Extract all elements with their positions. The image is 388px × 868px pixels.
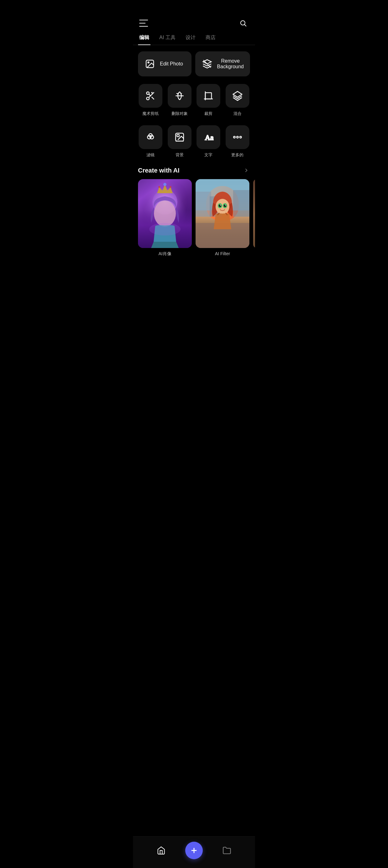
- tool-text[interactable]: Aa 文字: [196, 125, 221, 158]
- remove-bg-icon: [201, 58, 213, 69]
- bottom-navigation: [133, 836, 255, 868]
- svg-point-37: [216, 199, 229, 215]
- remove-object-label: 删除对象: [171, 111, 188, 117]
- ai-section-header: Create with AI: [133, 166, 255, 179]
- svg-point-30: [149, 223, 181, 236]
- more-label: 更多的: [231, 152, 244, 158]
- blend-label: 混合: [233, 111, 241, 117]
- edit-photo-label: Edit Photo: [160, 61, 183, 67]
- svg-point-25: [240, 136, 241, 138]
- tool-crop[interactable]: 裁剪: [196, 84, 221, 117]
- background-icon: [168, 125, 192, 149]
- ai-portrait-card[interactable]: AI肖像: [138, 179, 192, 257]
- ai-card-partial-image: [253, 179, 255, 248]
- tab-edit[interactable]: 编辑: [138, 31, 151, 45]
- menu-button[interactable]: [139, 20, 148, 27]
- more-icon: [226, 125, 249, 149]
- photo-icon: [144, 58, 156, 69]
- status-bar: [133, 0, 255, 14]
- tab-shop[interactable]: 商店: [204, 31, 217, 45]
- home-nav-button[interactable]: [154, 843, 169, 858]
- layers-icon: [226, 84, 249, 108]
- ai-portrait-image: [138, 179, 192, 248]
- ai-filter-label: AI Filter: [215, 251, 230, 256]
- background-label: 背景: [175, 152, 184, 158]
- ai-filter-card[interactable]: AI Filter: [196, 179, 249, 257]
- tool-more[interactable]: 更多的: [225, 125, 250, 158]
- add-nav-button[interactable]: [185, 842, 203, 859]
- svg-text:Aa: Aa: [205, 133, 214, 142]
- tool-remove-object[interactable]: ✦ 删除对象: [167, 84, 192, 117]
- tab-design[interactable]: 设计: [184, 31, 197, 45]
- svg-line-8: [152, 97, 154, 100]
- crop-label: 裁剪: [204, 111, 213, 117]
- svg-point-6: [147, 97, 150, 100]
- svg-point-43: [225, 205, 226, 206]
- tool-filter[interactable]: 滤镜: [138, 125, 163, 158]
- tab-bar: 编辑 AI 工具 设计 商店: [133, 31, 255, 45]
- svg-point-29: [154, 200, 176, 227]
- text-icon: Aa: [196, 125, 220, 149]
- text-label: 文字: [204, 152, 213, 158]
- tool-grid-row2: 滤镜 背景 Aa 文字: [133, 125, 255, 166]
- top-navigation: [133, 14, 255, 31]
- filter-label: 滤镜: [147, 152, 155, 158]
- tab-ai-tools[interactable]: AI 工具: [158, 31, 177, 45]
- crop-icon: [196, 84, 220, 108]
- svg-rect-34: [233, 190, 249, 217]
- magic-cut-label: 魔术剪纸: [142, 111, 159, 117]
- eraser-icon: ✦: [168, 84, 192, 108]
- svg-rect-20: [177, 135, 179, 137]
- svg-point-23: [233, 136, 235, 138]
- remove-bg-button[interactable]: Remove Background: [195, 51, 250, 76]
- svg-point-28: [170, 186, 171, 188]
- tool-grid-row1: ✦ 魔术剪纸 ✦ 删除对象: [133, 84, 255, 125]
- ai-gallery: AI肖像: [133, 179, 255, 257]
- tool-magic-cut[interactable]: ✦ 魔术剪纸: [138, 84, 163, 117]
- svg-point-26: [163, 183, 166, 186]
- svg-text:✦: ✦: [151, 91, 153, 95]
- quick-actions: Edit Photo Remove Background: [133, 51, 255, 84]
- svg-rect-32: [196, 192, 211, 217]
- edit-photo-button[interactable]: Edit Photo: [138, 51, 192, 76]
- svg-point-42: [220, 205, 221, 206]
- ai-portrait-label: AI肖像: [158, 251, 171, 257]
- ai-section-title: Create with AI: [138, 167, 180, 174]
- svg-point-27: [158, 186, 160, 188]
- svg-point-3: [148, 62, 149, 63]
- filter-icon: [139, 125, 162, 149]
- svg-point-24: [236, 136, 238, 138]
- scissors-icon: ✦: [139, 84, 162, 108]
- tool-blend[interactable]: 混合: [225, 84, 250, 117]
- ai-section-arrow[interactable]: [243, 166, 250, 174]
- tool-background[interactable]: 背景: [167, 125, 192, 158]
- ai-filter-image: [196, 179, 249, 248]
- search-button[interactable]: [237, 18, 249, 29]
- remove-bg-label: Remove Background: [217, 58, 244, 69]
- ai-card-partial[interactable]: [253, 179, 255, 257]
- svg-line-1: [245, 25, 247, 27]
- files-nav-button[interactable]: [219, 843, 234, 858]
- svg-rect-12: [205, 93, 212, 99]
- svg-point-0: [240, 21, 245, 25]
